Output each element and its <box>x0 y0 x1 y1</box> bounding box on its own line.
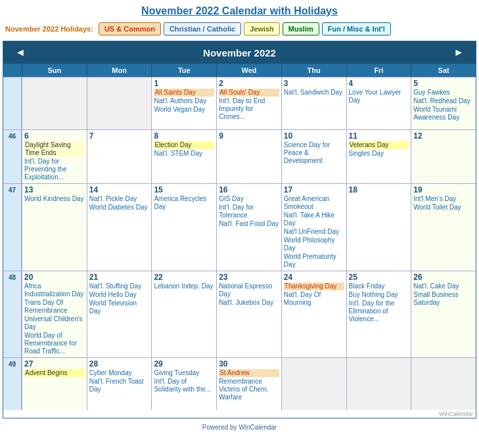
day-number: 9 <box>219 131 279 141</box>
calendar-event: Small Business Saturday <box>413 291 474 307</box>
cal-cell-3-0: 20Africa Industrialization DayTrans Day … <box>22 271 87 357</box>
calendar-event: St Andrew <box>219 369 279 377</box>
dow-thu: Thu <box>281 64 346 77</box>
calendar-event: World Day of Remembrance for Road Traffi… <box>24 332 85 355</box>
calendar-event: World Hello Day <box>89 291 150 299</box>
cal-cell-3-4: 24Thanksgiving DayNat'l. Day Of Mourning <box>281 271 346 357</box>
prev-month-arrow[interactable]: ◄ <box>11 45 30 60</box>
cal-cell-2-4: 17Great American SmokeoutNat'l. Take A H… <box>281 183 346 271</box>
cal-cell-1-2: 8Election DayNat'l. STEM Day <box>151 129 216 183</box>
calendar-event: World Tsunami Awareness Day <box>413 106 474 122</box>
dow-sat: Sat <box>411 64 476 77</box>
calendar-event: Love Your Lawyer Day <box>349 89 409 104</box>
day-number: 26 <box>413 273 474 282</box>
day-number: 3 <box>284 79 344 88</box>
day-number: 14 <box>89 185 150 194</box>
calendar-event: Remembrance Victims of Chem. Warfare <box>219 378 279 401</box>
week-number-1: 46 <box>3 129 22 183</box>
cal-cell-1-0: 6Daylight Saving Time EndsInt'l. Day for… <box>22 129 87 183</box>
cal-cell-4-3: 30St AndrewRemembrance Victims of Chem. … <box>216 357 281 410</box>
day-number: 21 <box>89 273 150 282</box>
tab-jewish[interactable]: Jewish <box>244 22 280 35</box>
calendar-event: Veterans Day <box>349 141 409 149</box>
calendar-event: World Vegan Day <box>154 106 214 114</box>
day-number: 29 <box>154 359 214 369</box>
day-number: 13 <box>24 185 85 194</box>
day-number: 2 <box>219 79 279 88</box>
calendar-event: Great American Smokeout <box>284 195 344 211</box>
tab-fun-misc[interactable]: Fun / Misc & Int'l <box>322 22 391 35</box>
cal-cell-0-4: 3Nat'l. Sandwich Day <box>281 77 346 129</box>
calendar-event: World Toilet Day <box>413 204 474 212</box>
page-title: November 2022 Calendar with Holidays <box>0 0 479 20</box>
dow-sun: Sun <box>22 64 87 77</box>
calendar-event: World Kindness Day <box>24 195 85 203</box>
calendar-event: Nat'l. Fast Food Day <box>219 220 279 228</box>
cal-cell-0-1 <box>87 77 152 129</box>
calendar-event: Advent Begins <box>24 369 85 377</box>
calendar-event: Black Friday <box>349 282 409 290</box>
calendar-event: Int'l. Day of Solidarity with the... <box>154 378 214 393</box>
cal-cell-3-6: 26Nat'l. Cake DaySmall Business Saturday <box>411 271 476 357</box>
cal-cell-4-5 <box>346 357 411 410</box>
calendar-event: All Souls' Day <box>219 89 279 97</box>
week-number-2: 47 <box>3 183 22 271</box>
dow-mon: Mon <box>87 64 152 77</box>
tab-christian-catholic[interactable]: Christian / Catholic <box>164 22 241 35</box>
tab-us-common[interactable]: US & Common <box>99 22 161 35</box>
calendar-event: Int'l. Day for the Elimination of Violen… <box>349 300 409 323</box>
day-number: 12 <box>413 131 474 141</box>
cal-cell-0-3: 2All Souls' DayInt'l. Day to End Impunit… <box>216 77 281 129</box>
calendar-event: Int'l Men's Day <box>413 195 474 203</box>
calendar-event: World Diabetes Day <box>89 204 150 212</box>
calendar-event: GIS Day <box>219 195 279 203</box>
cal-cell-4-6 <box>411 357 476 410</box>
day-number: 15 <box>154 185 214 194</box>
calendar-event: Nat'l. Stuffing Day <box>89 282 150 290</box>
tab-muslim[interactable]: Muslim <box>283 22 319 35</box>
cal-cell-2-3: 16GIS DayInt'l. Day for ToleranceNat'l. … <box>216 183 281 271</box>
calendar-header: ◄ November 2022 ► <box>3 41 476 64</box>
calendar-event: Nat'l. Authors Day <box>154 97 214 105</box>
cal-cell-2-0: 13World Kindness Day <box>22 183 87 271</box>
calendar-event: Trans Day Of Remembrance <box>24 299 85 315</box>
calendar-event: Nat'l. Sandwich Day <box>284 89 344 97</box>
calendar-event: National Espresso Day <box>219 282 279 298</box>
calendar-event: Nat'l. Pickle Day <box>89 195 150 203</box>
cal-cell-1-6: 12 <box>411 129 476 183</box>
wincalendar-logo: WinCalendar <box>3 410 476 418</box>
calendar-event: Election Day <box>154 141 214 149</box>
calendar-event: Nat'l UnFriend Day <box>284 228 344 236</box>
calendar-event: World Prematurity Day <box>284 253 344 269</box>
calendar-event: Universal Children's Day <box>24 315 85 331</box>
dow-tue: Tue <box>151 64 216 77</box>
day-number: 1 <box>154 79 214 88</box>
cal-cell-2-1: 14Nat'l. Pickle DayWorld Diabetes Day <box>87 183 152 271</box>
calendar-event: Int'l. Day to End Impunity for Crimes... <box>219 97 279 121</box>
cal-cell-3-2: 22Lebanon Indep. Day <box>151 271 216 357</box>
day-number: 30 <box>219 359 279 369</box>
day-number: 17 <box>284 185 344 194</box>
cal-cell-1-4: 10Science Day for Peace & Development <box>281 129 346 183</box>
calendar-event: Int'l. Day for Tolerance <box>219 204 279 219</box>
calendar-event: Nat'l. Cake Day <box>413 282 474 290</box>
cal-cell-0-0 <box>22 77 87 129</box>
next-month-arrow[interactable]: ► <box>449 45 468 60</box>
cal-cell-4-0: 27Advent Begins <box>22 357 87 410</box>
calendar-event: Buy Nothing Day <box>349 291 409 299</box>
cal-cell-0-6: 5Guy FawkesNat'l. Redhead DayWorld Tsuna… <box>411 77 476 129</box>
cal-cell-4-4 <box>281 357 346 410</box>
dow-fri: Fri <box>346 64 411 77</box>
footer: Powered by WinCalendar <box>0 421 479 434</box>
calendar-event: Science Day for Peace & Development <box>284 141 344 165</box>
week-num-header <box>3 64 22 77</box>
cal-cell-3-5: 25Black FridayBuy Nothing DayInt'l. Day … <box>346 271 411 357</box>
calendar-event: Giving Tuesday <box>154 369 214 377</box>
calendar-container: ◄ November 2022 ► Sun Mon Tue Wed Thu Fr… <box>3 41 476 418</box>
calendar-event: World Philosophy Day <box>284 236 344 252</box>
calendar-grid: 1All Saints DayNat'l. Authors DayWorld V… <box>3 77 476 410</box>
day-number: 20 <box>24 273 85 282</box>
day-number: 6 <box>24 131 85 141</box>
day-of-week-header: Sun Mon Tue Wed Thu Fri Sat <box>3 64 476 77</box>
day-number: 19 <box>413 185 474 194</box>
